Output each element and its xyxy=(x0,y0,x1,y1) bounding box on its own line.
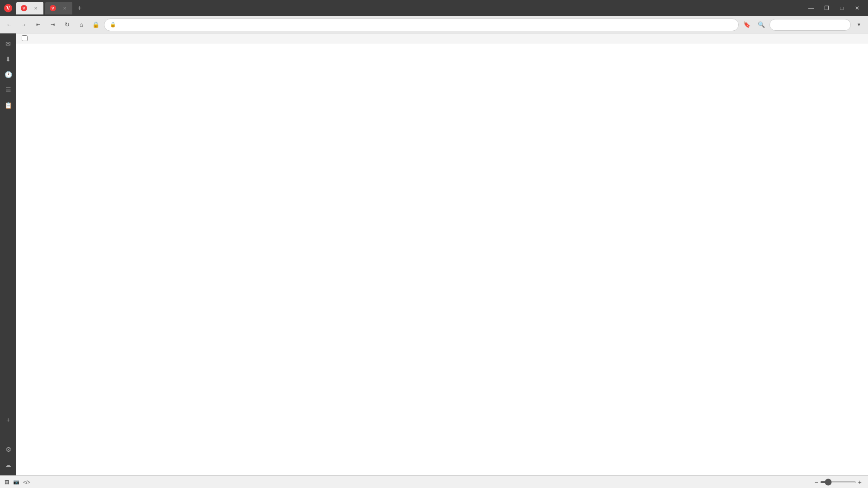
close-button[interactable]: ✕ xyxy=(850,2,864,14)
zoom-slider[interactable] xyxy=(820,481,856,483)
maximize-button[interactable]: □ xyxy=(835,2,849,14)
minimize-button[interactable]: — xyxy=(804,2,818,14)
forward-button[interactable]: → xyxy=(17,19,30,31)
nav-bar: ← → ⇤ ⇥ ↻ ⌂ 🔒 🔒 🔖 🔍 ▼ xyxy=(0,16,868,33)
lock-icon: 🔒 xyxy=(110,22,116,28)
source-toolbar xyxy=(16,33,868,43)
wrap-checkbox[interactable] xyxy=(22,35,28,41)
status-right: − + xyxy=(809,479,863,486)
sidebar-history-button[interactable]: 🕐 xyxy=(1,68,15,81)
source-view[interactable] xyxy=(16,43,868,475)
tab-close-2[interactable]: ✕ xyxy=(61,5,68,11)
status-video-icon: 📷 xyxy=(13,479,19,485)
status-bar: 🖼 📷 </> − + xyxy=(0,475,868,488)
search-area: 🔍 ▼ xyxy=(755,19,865,31)
zoom-out-button[interactable]: − xyxy=(815,479,818,486)
home-button[interactable]: ⌂ xyxy=(75,19,88,31)
first-button[interactable]: ⇤ xyxy=(32,19,44,31)
window-controls: — ❐ □ ✕ xyxy=(804,2,864,14)
sidebar-mail-button[interactable]: ✉ xyxy=(1,37,15,51)
last-button[interactable]: ⇥ xyxy=(46,19,59,31)
content-area xyxy=(16,33,868,475)
tab-features[interactable]: V ✕ xyxy=(16,2,43,14)
search-dropdown[interactable]: ▼ xyxy=(853,19,865,31)
tab-viewsource[interactable]: V ✕ xyxy=(45,2,72,14)
vivaldi-logo: V xyxy=(4,4,13,13)
sidebar-add-button[interactable]: + xyxy=(1,413,15,427)
sidebar-bottom: + xyxy=(1,413,15,430)
back-button[interactable]: ← xyxy=(3,19,15,31)
sidebar-sync-button[interactable]: ☁ xyxy=(1,458,15,472)
zoom-in-button[interactable]: + xyxy=(858,479,862,486)
sidebar-settings-button[interactable]: ⚙ xyxy=(1,443,15,456)
bookmark-button[interactable]: 🔖 xyxy=(741,19,753,31)
search-input[interactable] xyxy=(769,19,851,31)
sidebar: ✉ ⬇ 🕐 ☰ 📋 + ⚙ ☁ xyxy=(0,33,16,475)
status-image-icon: 🖼 xyxy=(5,479,9,485)
zoom-control: − + xyxy=(815,479,863,486)
restore-button[interactable]: ❐ xyxy=(819,2,834,14)
tab-favicon-1: V xyxy=(21,5,27,11)
new-tab-button[interactable]: + xyxy=(74,3,85,14)
sidebar-download-button[interactable]: ⬇ xyxy=(1,52,15,66)
svg-text:V: V xyxy=(6,5,10,11)
tab-close-1[interactable]: ✕ xyxy=(33,5,39,11)
search-icon: 🔍 xyxy=(755,19,768,31)
sidebar-bookmarks-button[interactable]: ☰ xyxy=(1,83,15,97)
shield-button[interactable]: 🔒 xyxy=(90,19,102,31)
sidebar-notes-button[interactable]: 📋 xyxy=(1,99,15,112)
title-bar: V V ✕ V ✕ + — ❐ □ ✕ xyxy=(0,0,868,16)
address-bar[interactable]: 🔒 xyxy=(104,19,739,31)
tab-favicon-2: V xyxy=(50,5,56,11)
status-code-icon: </> xyxy=(23,479,30,485)
main-area: ✉ ⬇ 🕐 ☰ 📋 + ⚙ ☁ xyxy=(0,33,868,475)
wrap-label[interactable] xyxy=(22,35,29,41)
browser-window: V V ✕ V ✕ + — ❐ □ ✕ ← → ⇤ ⇥ ↻ ⌂ 🔒 xyxy=(0,0,868,488)
reload-button[interactable]: ↻ xyxy=(61,19,73,31)
